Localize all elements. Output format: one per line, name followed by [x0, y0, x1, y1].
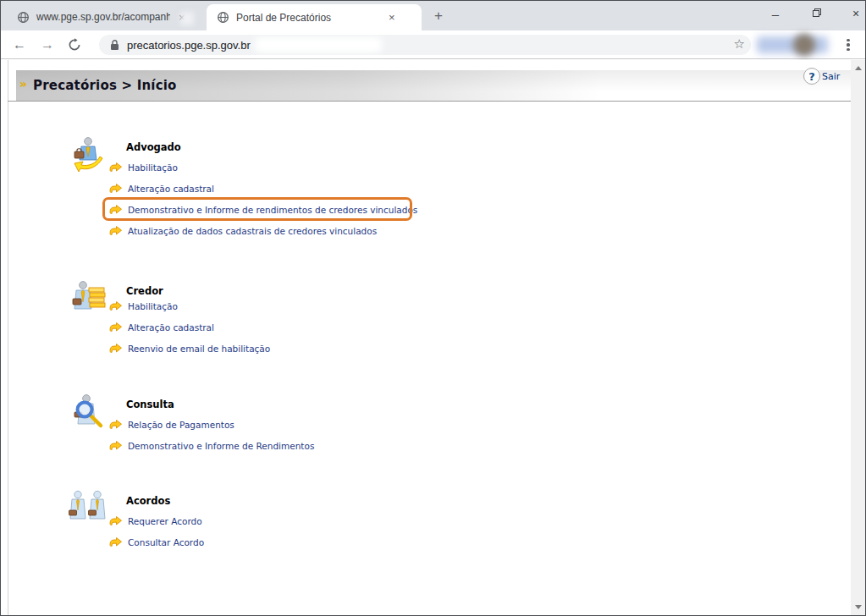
tab-bar: www.pge.sp.gov.br/acompanhe/ × Portal de…	[1, 1, 865, 30]
breadcrumb-bullet-icon: »	[19, 77, 27, 91]
browser-window: www.pge.sp.gov.br/acompanhe/ × Portal de…	[0, 0, 866, 616]
menu-link-row: Alteração cadastral	[1, 316, 851, 338]
menu-link-row: Consultar Acordo	[1, 531, 851, 553]
link-habilitacao[interactable]: Habilitação	[128, 301, 178, 311]
lock-icon	[110, 39, 119, 51]
restore-button[interactable]	[803, 1, 832, 26]
redacted-blur	[180, 12, 194, 25]
close-window-button[interactable]: ×	[841, 1, 866, 26]
link-habilitacao[interactable]: Habilitação	[128, 162, 178, 173]
browser-menu-icon[interactable]	[841, 35, 855, 55]
breadcrumb: Precatórios > Início	[33, 78, 177, 93]
back-icon[interactable]: ←	[8, 34, 30, 56]
menu-link-row: Habilitação	[1, 157, 851, 178]
divider	[8, 101, 852, 102]
link-demonstrativo-rendimentos[interactable]: Demonstrativo e Informe de Rendimentos	[128, 441, 314, 451]
highlight-box	[102, 197, 412, 221]
browser-toolbar: ← → precatorios.pge.sp.gov.br ☆	[1, 30, 865, 59]
menu-link-row: Reenvio de email de habilitação	[1, 338, 851, 359]
help-icon[interactable]: ?	[803, 68, 820, 85]
page-content: » Precatórios > Início ? Sair Advogado	[1, 60, 865, 615]
close-tab-icon[interactable]: ×	[383, 11, 400, 24]
link-atualizacao-dados[interactable]: Atualização de dados cadastrais de credo…	[128, 226, 377, 236]
globe-icon	[217, 11, 229, 24]
scrollbar[interactable]	[851, 60, 865, 615]
redacted-profile-name	[757, 36, 828, 53]
minimize-button[interactable]: –	[761, 1, 790, 26]
reload-icon[interactable]	[63, 34, 85, 56]
avatar[interactable]	[793, 34, 815, 56]
globe-icon	[17, 11, 30, 24]
forward-icon[interactable]: →	[36, 34, 58, 56]
redacted-blur	[255, 37, 382, 52]
scroll-up-icon[interactable]	[851, 61, 865, 75]
link-requerer-acordo[interactable]: Requerer Acordo	[128, 516, 202, 526]
scroll-down-icon[interactable]	[851, 600, 865, 614]
section-title: Acordos	[126, 495, 170, 507]
link-consultar-acordo[interactable]: Consultar Acordo	[128, 537, 204, 547]
menu-link-row: Habilitação	[1, 295, 851, 316]
menu-link-row: Relação de Pagamentos	[1, 414, 851, 435]
section-title: Consulta	[126, 399, 174, 410]
exit-link[interactable]: Sair	[822, 71, 840, 82]
menu-link-row: Alteração cadastral	[1, 178, 851, 199]
section-title: Advogado	[126, 141, 181, 153]
link-relacao-pagamentos[interactable]: Relação de Pagamentos	[128, 420, 234, 430]
exit-control[interactable]: ? Sair	[803, 68, 840, 85]
menu-link-row: Requerer Acordo	[1, 510, 851, 531]
menu-link-row: Demonstrativo e Informe de Rendimentos	[1, 435, 851, 456]
tab-pge-site[interactable]: www.pge.sp.gov.br/acompanhe/ ×	[7, 4, 207, 30]
menu-link-row: Atualização de dados cadastrais de credo…	[1, 220, 851, 241]
tab-title: www.pge.sp.gov.br/acompanhe/	[36, 11, 170, 23]
bookmark-star-icon[interactable]: ☆	[734, 36, 745, 52]
url-text: precatorios.pge.sp.gov.br	[127, 39, 251, 52]
tab-portal-precatorios[interactable]: Portal de Precatórios ×	[207, 4, 422, 30]
new-tab-button[interactable]: +	[428, 7, 449, 27]
tab-title: Portal de Precatórios	[236, 12, 380, 24]
link-alteracao-cadastral[interactable]: Alteração cadastral	[128, 322, 214, 333]
page-header: » Precatórios > Início	[16, 70, 851, 101]
address-bar[interactable]: precatorios.pge.sp.gov.br ☆	[99, 35, 751, 55]
link-alteracao-cadastral[interactable]: Alteração cadastral	[128, 184, 214, 194]
link-reenvio-email[interactable]: Reenvio de email de habilitação	[128, 344, 270, 354]
arrow-bullet-icon	[109, 162, 122, 172]
